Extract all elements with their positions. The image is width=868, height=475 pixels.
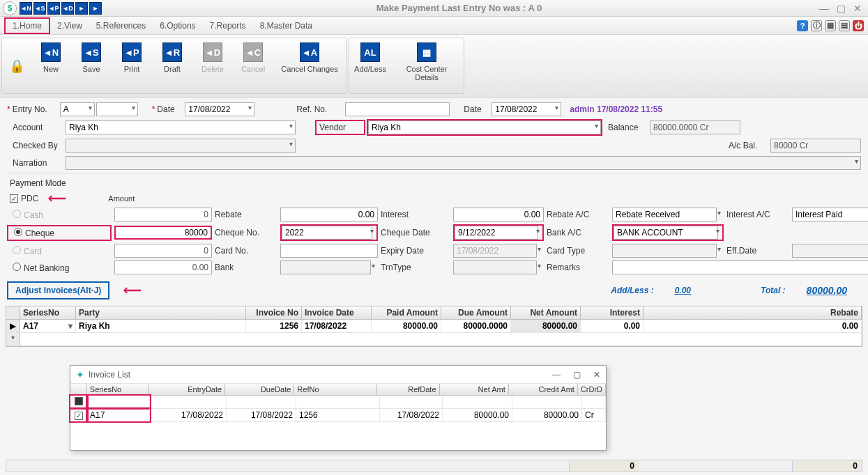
select-all-checkbox[interactable] xyxy=(75,397,83,405)
card-radio[interactable] xyxy=(13,246,21,254)
netbanking-label: Net Banking xyxy=(24,263,69,273)
rb-cancel: ◄CCancel xyxy=(238,42,268,89)
rb-new[interactable]: ◄NNew xyxy=(36,42,66,89)
cheque-date-label: Cheque Date xyxy=(381,228,450,238)
dcol-creditamt[interactable]: Credit Amt xyxy=(509,384,578,395)
dcol-refdate[interactable]: RefDate xyxy=(377,384,439,395)
netbanking-radio[interactable] xyxy=(13,263,21,271)
rebate-ac-select[interactable] xyxy=(612,208,717,221)
dcol-entrydate[interactable]: EntryDate xyxy=(149,384,225,395)
bank-label: Bank xyxy=(215,263,277,272)
rebate-label: Rebate xyxy=(215,210,277,219)
amount-header: Amount xyxy=(108,194,135,203)
calc-icon[interactable]: ▦ xyxy=(825,20,836,31)
cheque-date-input[interactable] xyxy=(455,226,538,240)
entry-series-select[interactable] xyxy=(60,102,95,116)
dcol-crdrd[interactable]: CrDrD xyxy=(578,384,606,395)
date-input[interactable] xyxy=(185,102,254,116)
lock-icon: 🔒 xyxy=(8,42,26,89)
window-title: Make Payment Last Entry No was : A 0 xyxy=(103,3,815,13)
col-paidamount[interactable]: Paid Amount xyxy=(372,306,441,319)
menu-view[interactable]: 2.View xyxy=(50,19,89,33)
cheque-amount[interactable] xyxy=(114,226,212,240)
bank-ac-select[interactable] xyxy=(614,226,718,240)
card-type-select xyxy=(612,244,717,258)
remarks-input[interactable] xyxy=(612,260,868,274)
menu-options[interactable]: 6.Options xyxy=(153,19,202,33)
narration-input[interactable] xyxy=(66,156,861,170)
qa-draft-icon[interactable]: ◄D xyxy=(61,2,74,15)
checkedby-select[interactable] xyxy=(66,139,296,153)
rb-addless[interactable]: ALAdd/Less xyxy=(355,42,386,89)
refno-label: Ref. No. xyxy=(296,104,345,114)
tool-icon[interactable]: ▤ xyxy=(839,20,850,31)
menu-references[interactable]: 5.References xyxy=(89,19,153,33)
cash-amount xyxy=(114,208,212,221)
cash-radio[interactable] xyxy=(13,210,21,218)
dialog-maximize-icon[interactable]: ▢ xyxy=(573,370,581,380)
grid-row-new[interactable]: * xyxy=(6,333,862,346)
dcol-duedate[interactable]: DueDate xyxy=(225,384,294,395)
qa-last-icon[interactable]: ► xyxy=(89,2,102,15)
qa-new-icon[interactable]: ◄N xyxy=(20,2,32,15)
total-value: 80000.00 xyxy=(807,285,847,296)
qa-save-icon[interactable]: ◄S xyxy=(33,2,46,15)
col-seriesno[interactable]: SeriesNo xyxy=(20,306,76,319)
qa-next-icon[interactable]: ► xyxy=(75,2,88,15)
cheque-no-input[interactable] xyxy=(282,226,372,240)
refno-input[interactable] xyxy=(345,102,450,116)
rb-costcenter[interactable]: ▦Cost Center Details xyxy=(395,42,458,89)
col-netamount[interactable]: Net Amount xyxy=(511,306,581,319)
dcol-netamt[interactable]: Net Amt xyxy=(440,384,509,395)
effdate-label: Eff.Date xyxy=(726,246,789,256)
grid-row[interactable]: ▶ A17 ▾ Riya Kh 1256 17/08/2022 80000.00… xyxy=(6,320,862,333)
account-select[interactable] xyxy=(66,120,296,134)
cash-label: Cash xyxy=(24,210,43,220)
rb-cancel-changes[interactable]: ◄ACancel Changes xyxy=(278,42,341,89)
interest-input[interactable] xyxy=(453,208,544,221)
col-rebate[interactable]: Rebate xyxy=(644,306,862,319)
dialog-close-icon[interactable]: ✕ xyxy=(593,370,600,380)
entry-no-select[interactable] xyxy=(96,102,138,116)
app-logo-icon: $ xyxy=(3,1,17,15)
rb-draft[interactable]: ◄RDraft xyxy=(157,42,188,89)
date2-input[interactable] xyxy=(492,102,561,116)
adjust-invoices-button[interactable]: Adjust Invoices(Alt-J) xyxy=(7,281,109,299)
pdc-checkbox[interactable]: ✓ xyxy=(10,194,18,203)
menu-home[interactable]: 1.Home xyxy=(4,17,50,34)
rb-save[interactable]: ◄SSave xyxy=(76,42,107,89)
effdate-input[interactable] xyxy=(792,244,868,258)
menu-masterdata[interactable]: 8.Master Data xyxy=(253,19,319,33)
menu-reports[interactable]: 7.Reports xyxy=(203,19,253,33)
close-icon[interactable]: ✕ xyxy=(850,3,865,14)
help-icon[interactable]: ? xyxy=(797,20,808,31)
narration-label: Narration xyxy=(13,158,66,168)
qa-print-icon[interactable]: ◄P xyxy=(47,2,60,15)
col-dueamount[interactable]: Due Amount xyxy=(441,306,511,319)
addless-value[interactable]: 0.00 xyxy=(675,286,691,295)
interest-ac-select[interactable] xyxy=(792,208,868,221)
entry-no-label: Entry No. xyxy=(13,104,60,114)
dcol-seriesno[interactable]: SeriesNo xyxy=(87,384,149,395)
ribbon: 🔒 ◄NNew ◄SSave ◄PPrint ◄RDraft ◄DDelete … xyxy=(0,35,868,98)
dialog-minimize-icon[interactable]: — xyxy=(552,370,561,380)
rebate-input[interactable] xyxy=(280,208,378,221)
minimize-icon[interactable]: — xyxy=(816,3,832,14)
invoice-grid: SeriesNo Party Invoice No Invoice Date P… xyxy=(6,306,862,347)
col-invoicedate[interactable]: Invoice Date xyxy=(302,306,372,319)
dialog-row[interactable]: ✓ A17 17/08/2022 17/08/2022 1256 17/08/2… xyxy=(70,409,606,422)
rb-print[interactable]: ◄PPrint xyxy=(116,42,147,89)
info-icon[interactable]: ⓘ xyxy=(811,20,822,31)
cheque-radio[interactable] xyxy=(14,228,22,236)
col-interest[interactable]: Interest xyxy=(581,306,644,319)
dcol-refno[interactable]: RefNo xyxy=(294,384,377,395)
col-invoiceno[interactable]: Invoice No xyxy=(246,306,302,319)
row-indicator-icon: ▶ xyxy=(6,320,20,332)
maximize-icon[interactable]: ▢ xyxy=(833,3,848,14)
col-party[interactable]: Party xyxy=(76,306,246,319)
cheque-label: Cheque xyxy=(25,228,54,238)
vendor-select[interactable] xyxy=(368,120,601,134)
row-checkbox[interactable]: ✓ xyxy=(75,412,83,420)
exit-icon[interactable]: ⏻ xyxy=(853,20,864,31)
rebate-ac-label: Rebate A/C xyxy=(547,210,609,219)
